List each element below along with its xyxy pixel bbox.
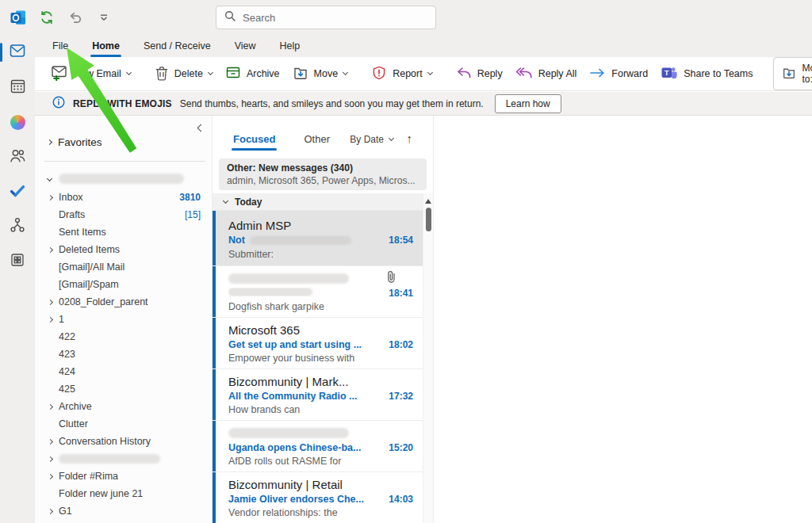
email-sender: Admin MSP: [228, 219, 372, 232]
folder-item[interactable]: 422: [35, 328, 212, 345]
info-icon: [52, 96, 65, 111]
chevron-right-icon[interactable]: [48, 456, 53, 461]
scrollbar-thumb[interactable]: [426, 208, 431, 231]
chevron-right-icon[interactable]: [48, 246, 53, 252]
teams-icon: T: [661, 65, 678, 83]
folder-item[interactable]: Inbox 3810: [35, 189, 212, 206]
quick-access-toolbar: [10, 9, 113, 26]
move-button[interactable]: Move: [286, 60, 354, 88]
favorites-header[interactable]: Favorites: [48, 136, 102, 148]
chevron-right-icon[interactable]: [48, 473, 53, 479]
email-row[interactable]: Admin MSP Not Submitter: 18:54: [213, 211, 423, 266]
ribbon-display-options-icon[interactable]: [95, 9, 113, 26]
folder-item[interactable]: Archive: [35, 398, 212, 415]
share-to-teams-label: Share to Teams: [684, 68, 753, 79]
folder-item[interactable]: Deleted Items: [35, 241, 212, 258]
folder-item[interactable]: Folder #Rima: [35, 468, 212, 485]
folder-label: Drafts: [59, 209, 85, 220]
sort-direction-button[interactable]: ↑: [407, 132, 413, 145]
share-to-teams-button[interactable]: T Share to Teams: [654, 60, 759, 88]
sort-by-button[interactable]: By Date: [350, 134, 393, 145]
banner-title: REPLY WITH EMOJIS: [73, 98, 172, 109]
forward-button[interactable]: Forward: [583, 63, 654, 86]
outlook-logo: [10, 9, 27, 26]
search-input[interactable]: [243, 12, 427, 24]
archive-button[interactable]: Archive: [219, 60, 286, 87]
new-email-button[interactable]: New Email: [44, 59, 137, 88]
email-row[interactable]: Bizcommunity | Retail Jamie Oliver endor…: [213, 472, 423, 523]
folder-item[interactable]: 423: [35, 345, 212, 363]
folder-item[interactable]: Conversation History: [35, 433, 212, 450]
calendar-icon: [10, 78, 26, 97]
inbox-tab[interactable]: Focused: [233, 133, 275, 145]
email-row[interactable]: Uganda opens Chinese-ba... AfDB rolls ou…: [213, 421, 423, 472]
chevron-right-icon[interactable]: [48, 508, 53, 513]
search-box[interactable]: [216, 6, 436, 29]
folder-item[interactable]: 0208_Folder_parent: [35, 293, 212, 311]
folder-item[interactable]: Sent Items: [35, 223, 212, 241]
unread-indicator: [213, 266, 216, 317]
folder-item[interactable]: [35, 450, 212, 468]
chevron-down-icon: [223, 197, 228, 203]
send-receive-sync-icon[interactable]: [38, 9, 56, 26]
folder-item[interactable]: [Gmail]/Spam: [35, 276, 212, 293]
folder-count: 3810: [179, 192, 201, 203]
folder-item[interactable]: G1: [35, 502, 212, 520]
today-group-header[interactable]: Today: [213, 193, 423, 211]
rail-copilot-button[interactable]: [0, 105, 35, 139]
folder-label: Deleted Items: [59, 244, 120, 255]
folder-item[interactable]: 1: [35, 311, 212, 328]
chevron-right-icon[interactable]: [48, 194, 53, 200]
folder-item[interactable]: 425: [35, 380, 212, 398]
move-icon: [293, 65, 308, 83]
report-button[interactable]: Report: [365, 60, 439, 88]
menu-tab[interactable]: Help: [278, 37, 302, 55]
mail-icon: [9, 43, 26, 62]
learn-how-button[interactable]: Learn how: [495, 94, 561, 113]
chevron-right-icon[interactable]: [48, 403, 53, 409]
favorites-label: Favorites: [58, 136, 102, 148]
copilot-icon: [10, 115, 25, 130]
other-new-messages-banner[interactable]: Other: New messages (340) admin, Microso…: [219, 158, 427, 190]
collapse-pane-icon[interactable]: [197, 124, 205, 132]
rail-todo-button[interactable]: [0, 174, 35, 209]
menu-tab[interactable]: Send / Receive: [142, 37, 213, 55]
account-header[interactable]: [48, 171, 184, 185]
email-row[interactable]: Dogfish shark garpike 18:41: [213, 266, 423, 318]
folder-item[interactable]: [Gmail]/All Mail: [35, 258, 212, 276]
email-row[interactable]: Microsoft 365 Get set up and start using…: [213, 318, 423, 369]
unread-indicator: [213, 211, 216, 265]
folder-list: Inbox 3810 Drafts [15] Sent Items Delete…: [35, 189, 212, 520]
rail-more-apps-button[interactable]: [0, 244, 35, 279]
chevron-down-icon: [208, 70, 213, 75]
chevron-right-icon[interactable]: [48, 438, 53, 444]
rail-calendar-button[interactable]: [0, 70, 35, 105]
inbox-tab[interactable]: Other: [304, 133, 330, 145]
quick-step-move-to-button[interactable]: Move to: ?: [773, 57, 812, 90]
scrollbar[interactable]: [423, 193, 433, 523]
folder-label: 424: [59, 366, 75, 377]
menu-tab[interactable]: File: [51, 37, 70, 55]
menu-tab[interactable]: Home: [90, 37, 121, 55]
email-row[interactable]: Bizcommunity | Mark... All the Community…: [213, 369, 423, 421]
rail-people-button[interactable]: [0, 139, 35, 174]
rail-org-button[interactable]: [0, 209, 35, 244]
reply-button[interactable]: Reply: [450, 62, 509, 86]
folder-label: Sent Items: [59, 227, 106, 238]
undo-icon[interactable]: [67, 9, 84, 26]
email-preview: Dogfish shark garpike: [228, 301, 391, 312]
scroll-up-arrow[interactable]: [425, 199, 431, 204]
reply-all-button[interactable]: Reply All: [509, 62, 584, 86]
folder-item[interactable]: 424: [35, 363, 212, 380]
menu-tab[interactable]: View: [233, 37, 258, 55]
delete-button[interactable]: Delete: [148, 60, 219, 88]
folder-item[interactable]: Drafts [15]: [35, 206, 212, 223]
folder-item[interactable]: Folder new june 21: [35, 485, 212, 502]
forward-icon: [589, 67, 606, 81]
chevron-right-icon[interactable]: [48, 316, 53, 322]
email-subject: All the Community Radio ...: [228, 391, 373, 402]
ribbon-toolbar: New Email Delete Archive: [35, 57, 812, 91]
folder-item[interactable]: Clutter: [35, 415, 212, 433]
rail-mail-button[interactable]: [0, 35, 35, 70]
chevron-right-icon[interactable]: [48, 299, 53, 304]
